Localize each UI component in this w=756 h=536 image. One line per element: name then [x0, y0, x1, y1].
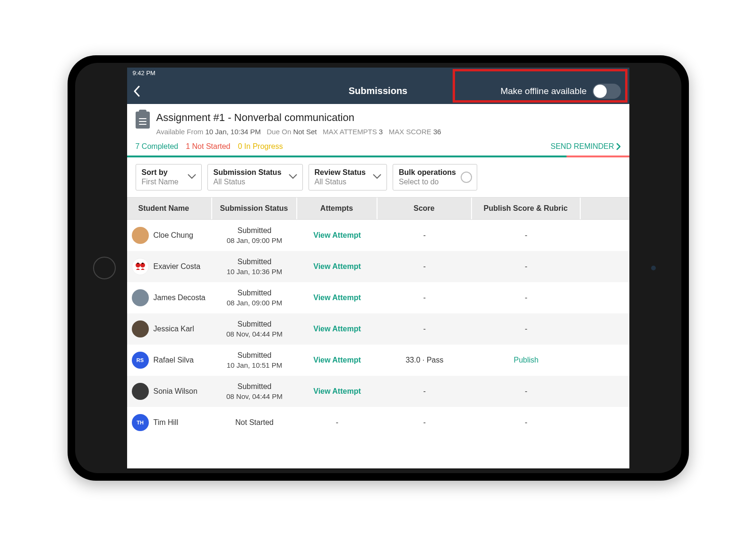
- submission-status-cell: Not Started: [212, 413, 297, 432]
- student-name: Jessica Karl: [154, 325, 194, 333]
- col-submission-status: Submission Status: [212, 198, 297, 219]
- avatar: [132, 289, 149, 306]
- attempts-cell[interactable]: View Attempt: [297, 382, 378, 400]
- progress-not-started: 1 Not Started: [186, 142, 230, 151]
- submission-status-cell: Submitted08 Jan, 09:00 PM: [212, 284, 297, 312]
- student-name-cell: RSRafael Silva: [127, 347, 212, 373]
- avatar: RS: [132, 352, 149, 369]
- student-name-cell: Sonia Wilson: [127, 378, 212, 405]
- attempts-cell[interactable]: View Attempt: [297, 351, 378, 369]
- publish-cell: -: [472, 382, 581, 400]
- status-bar: 9:42 PM: [127, 68, 629, 78]
- attempts-cell[interactable]: View Attempt: [297, 226, 378, 244]
- col-student-name: Student Name: [127, 198, 212, 219]
- student-name-cell: James Decosta: [127, 285, 212, 311]
- camera-dot: [651, 266, 656, 270]
- score-cell: -: [378, 226, 472, 244]
- assignment-title: Assignment #1 - Nonverbal communication: [156, 112, 621, 124]
- toggle-knob: [593, 85, 607, 98]
- radio-empty-icon: [461, 172, 472, 183]
- table-row[interactable]: Jessica KarlSubmitted08 Nov, 04:44 PMVie…: [127, 313, 629, 345]
- bulk-operations-select[interactable]: Bulk operations Select to do: [393, 164, 477, 190]
- view-attempt-link[interactable]: View Attempt: [313, 356, 361, 364]
- offline-toggle[interactable]: [593, 84, 621, 99]
- svg-point-2: [137, 263, 138, 264]
- attempts-cell[interactable]: View Attempt: [297, 289, 378, 307]
- chevron-down-icon: [187, 173, 197, 182]
- score-cell: -: [378, 320, 472, 338]
- student-name: Tim Hill: [154, 418, 179, 427]
- attempts-cell[interactable]: View Attempt: [297, 320, 378, 338]
- publish-cell: -: [472, 320, 581, 338]
- submission-status-cell: Submitted08 Nov, 04:44 PM: [212, 315, 297, 343]
- view-attempt-link[interactable]: View Attempt: [313, 294, 361, 302]
- student-name: James Decosta: [154, 294, 206, 302]
- publish-cell[interactable]: Publish: [472, 351, 581, 369]
- student-name-cell: Cloe Chung: [127, 222, 212, 249]
- score-cell: -: [378, 289, 472, 307]
- offline-wrap: Make offline available: [500, 78, 629, 104]
- col-publish: Publish Score & Rubric: [472, 198, 581, 219]
- view-attempt-link[interactable]: View Attempt: [313, 231, 361, 239]
- publish-link[interactable]: Publish: [514, 356, 538, 364]
- status-time: 9:42 PM: [133, 69, 155, 77]
- assignment-icon: [136, 112, 150, 129]
- table-row[interactable]: Cloe ChungSubmitted08 Jan, 09:00 PMView …: [127, 220, 629, 251]
- table-row[interactable]: Exavier CostaSubmitted10 Jan, 10:36 PMVi…: [127, 251, 629, 282]
- assignment-meta: Available From 10 Jan, 10:34 PM Due On N…: [156, 128, 621, 136]
- table-row[interactable]: James DecostaSubmitted08 Jan, 09:00 PMVi…: [127, 282, 629, 313]
- student-name-cell: THTim Hill: [127, 409, 212, 436]
- progress-completed: 7 Completed: [136, 142, 179, 151]
- avatar: [132, 383, 149, 400]
- progress-row: 7 Completed 1 Not Started 0 In Progress …: [127, 140, 629, 156]
- chevron-down-icon: [372, 173, 382, 182]
- score-cell: 33.0 · Pass: [378, 351, 472, 369]
- submission-status-cell: Submitted10 Jan, 10:51 PM: [212, 346, 297, 374]
- avatar: [132, 320, 149, 337]
- score-cell: -: [378, 414, 472, 432]
- send-reminder-button[interactable]: SEND REMINDER: [550, 142, 620, 151]
- table-body: Cloe ChungSubmitted08 Jan, 09:00 PMView …: [127, 220, 629, 468]
- table-header: Student Name Submission Status Attempts …: [127, 197, 629, 220]
- col-score: Score: [378, 198, 472, 219]
- offline-label: Make offline available: [500, 86, 586, 96]
- student-name: Cloe Chung: [154, 231, 194, 240]
- view-attempt-link[interactable]: View Attempt: [313, 262, 361, 270]
- attempts-cell[interactable]: View Attempt: [297, 258, 378, 276]
- student-name-cell: Exavier Costa: [127, 253, 212, 280]
- publish-cell: -: [472, 289, 581, 307]
- page-title: Submissions: [349, 86, 407, 96]
- table-row[interactable]: RSRafael SilvaSubmitted10 Jan, 10:51 PMV…: [127, 345, 629, 376]
- svg-point-3: [142, 263, 143, 264]
- title-bar: Submissions Make offline available: [127, 78, 629, 104]
- chevron-right-icon: [616, 143, 621, 150]
- review-status-dropdown[interactable]: Review Status All Status: [309, 164, 387, 190]
- sort-by-dropdown[interactable]: Sort by First Name: [136, 164, 202, 190]
- view-attempt-link[interactable]: View Attempt: [313, 387, 361, 395]
- table-row[interactable]: Sonia WilsonSubmitted08 Nov, 04:44 PMVie…: [127, 376, 629, 407]
- table-row[interactable]: THTim HillNot Started---: [127, 407, 629, 438]
- attempts-cell: -: [297, 414, 378, 432]
- publish-cell: -: [472, 414, 581, 432]
- screen: 9:42 PM Submissions Make offline availab…: [127, 68, 629, 468]
- progress-in-progress: 0 In Progress: [238, 142, 283, 151]
- publish-cell: -: [472, 226, 581, 244]
- tablet-frame: 9:42 PM Submissions Make offline availab…: [68, 55, 689, 481]
- avatar: TH: [132, 414, 149, 431]
- submission-status-cell: Submitted08 Nov, 04:44 PM: [212, 377, 297, 406]
- assignment-header: Assignment #1 - Nonverbal communication …: [127, 104, 629, 140]
- avatar: [132, 258, 149, 275]
- back-button[interactable]: [127, 78, 146, 104]
- student-name-cell: Jessica Karl: [127, 316, 212, 342]
- avatar: [132, 227, 149, 244]
- score-cell: -: [378, 382, 472, 400]
- student-name: Rafael Silva: [154, 356, 194, 364]
- home-button[interactable]: [93, 257, 116, 279]
- col-attempts: Attempts: [297, 198, 378, 219]
- submission-status-dropdown[interactable]: Submission Status All Status: [207, 164, 303, 190]
- student-name: Sonia Wilson: [154, 387, 198, 396]
- chevron-left-icon: [133, 86, 140, 97]
- publish-cell: -: [472, 258, 581, 276]
- score-cell: -: [378, 258, 472, 276]
- view-attempt-link[interactable]: View Attempt: [313, 325, 361, 333]
